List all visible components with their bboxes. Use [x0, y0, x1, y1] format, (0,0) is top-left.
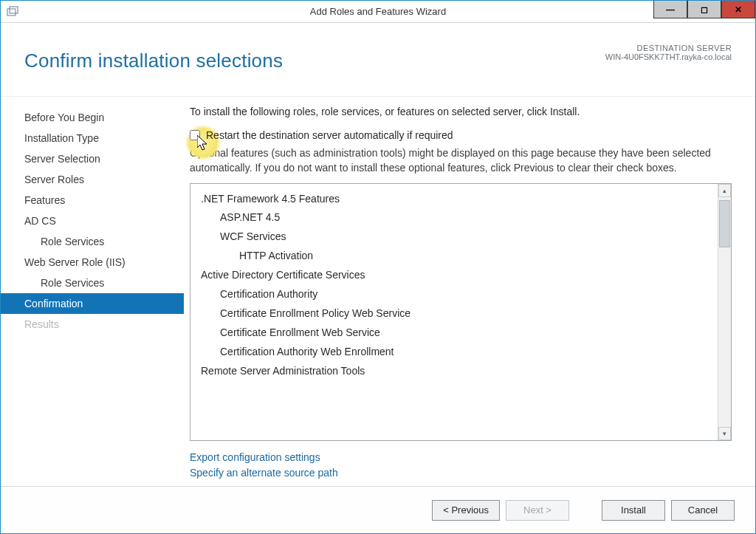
feature-item[interactable]: Certificate Enrollment Web Service: [201, 324, 713, 343]
alternate-source-link[interactable]: Specify an alternate source path: [190, 465, 732, 482]
nav-item-confirmation[interactable]: Confirmation: [1, 293, 184, 314]
wizard-window: Add Roles and Features Wizard — ◻ ✕ Conf…: [0, 0, 756, 534]
install-button[interactable]: Install: [602, 500, 665, 521]
previous-button[interactable]: < Previous: [432, 500, 500, 521]
destination-server-name: WIN-4U0FSKK7THT.rayka-co.local: [605, 52, 732, 61]
intro-text: To install the following roles, role ser…: [190, 106, 732, 117]
restart-option-row: Restart the destination server automatic…: [190, 129, 732, 141]
feature-item[interactable]: Certificate Enrollment Policy Web Servic…: [201, 304, 713, 324]
app-icon: [5, 4, 20, 19]
feature-item[interactable]: Certification Authority Web Enrollment: [201, 343, 713, 362]
footer: < Previous Next > Install Cancel: [1, 486, 755, 533]
destination-label: DESTINATION SERVER: [605, 44, 732, 52]
svg-rect-0: [7, 9, 16, 16]
export-settings-link[interactable]: Export configuration settings: [190, 450, 732, 466]
optional-features-note: Optional features (such as administratio…: [190, 146, 732, 176]
feature-item[interactable]: Certification Authority: [201, 285, 713, 304]
restart-label[interactable]: Restart the destination server automatic…: [206, 129, 453, 141]
nav-item-before-you-begin[interactable]: Before You Begin: [1, 107, 184, 128]
feature-item[interactable]: WCF Services: [201, 227, 713, 247]
titlebar: Add Roles and Features Wizard — ◻ ✕: [1, 1, 755, 23]
nav-item-features[interactable]: Features: [1, 190, 184, 210]
nav-item-server-roles[interactable]: Server Roles: [1, 169, 184, 190]
close-button[interactable]: ✕: [721, 1, 755, 18]
feature-item[interactable]: ASP.NET 4.5: [201, 208, 713, 227]
scroll-down-button[interactable]: ▾: [718, 427, 731, 440]
scroll-track[interactable]: [718, 197, 731, 427]
feature-item[interactable]: HTTP Activation: [201, 247, 713, 266]
window-title: Add Roles and Features Wizard: [310, 6, 446, 17]
action-links: Export configuration settings Specify an…: [190, 450, 732, 482]
nav-item-web-server-role-iis-[interactable]: Web Server Role (IIS): [1, 252, 184, 273]
feature-item[interactable]: Active Directory Certificate Services: [201, 266, 713, 285]
page-title: Confirm installation selections: [24, 49, 283, 72]
destination-info: DESTINATION SERVER WIN-4U0FSKK7THT.rayka…: [605, 44, 732, 61]
svg-rect-1: [10, 7, 18, 13]
features-list[interactable]: .NET Framework 4.5 FeaturesASP.NET 4.5WC…: [190, 184, 718, 440]
scrollbar[interactable]: ▴ ▾: [718, 184, 731, 440]
nav-item-results: Results: [1, 314, 184, 335]
cursor-icon: [197, 135, 212, 153]
feature-item[interactable]: .NET Framework 4.5 Features: [201, 190, 713, 209]
next-button: Next >: [506, 500, 569, 521]
scroll-up-button[interactable]: ▴: [718, 184, 731, 197]
window-controls: — ◻ ✕: [653, 1, 755, 18]
maximize-button[interactable]: ◻: [687, 1, 721, 18]
features-listbox: .NET Framework 4.5 FeaturesASP.NET 4.5WC…: [190, 183, 732, 441]
content-area: To install the following roles, role ser…: [184, 97, 755, 486]
header: Confirm installation selections DESTINAT…: [1, 23, 755, 97]
nav-item-installation-type[interactable]: Installation Type: [1, 128, 184, 148]
feature-item[interactable]: Remote Server Administration Tools: [201, 362, 713, 381]
minimize-button[interactable]: —: [653, 1, 687, 18]
nav-item-ad-cs[interactable]: AD CS: [1, 210, 184, 231]
wizard-nav: Before You BeginInstallation TypeServer …: [1, 97, 184, 486]
nav-item-server-selection[interactable]: Server Selection: [1, 148, 184, 169]
nav-item-role-services[interactable]: Role Services: [1, 273, 184, 293]
nav-item-role-services[interactable]: Role Services: [1, 231, 184, 252]
cancel-button[interactable]: Cancel: [671, 500, 735, 521]
scroll-thumb[interactable]: [719, 200, 730, 247]
